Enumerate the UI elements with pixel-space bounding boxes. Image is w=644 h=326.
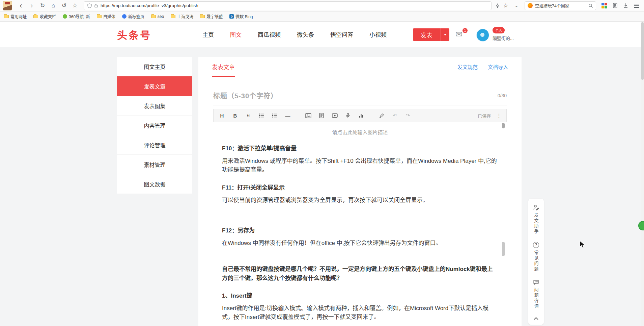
favorite-star-icon[interactable]: ☆: [501, 1, 510, 10]
faq-button[interactable]: ? 常见问题: [533, 242, 539, 272]
editor-heading[interactable]: 1、Insert键: [222, 291, 498, 299]
sidebar-item-publish-gallery[interactable]: 发表图集: [117, 96, 192, 116]
ordered-list-icon[interactable]: [271, 112, 278, 119]
bookmark-label: 自媒体: [103, 14, 115, 19]
bookmark-item[interactable]: 晟宇纸盟: [200, 14, 223, 19]
download-icon[interactable]: [621, 1, 631, 10]
bookmark-star-icon[interactable]: ☆: [70, 1, 80, 10]
consult-button[interactable]: 问题咨询: [533, 279, 539, 309]
window-scrollbar[interactable]: [641, 22, 644, 326]
nav-wukong-qa[interactable]: 悟空问答: [330, 30, 353, 39]
more-options-icon[interactable]: ⋮: [496, 112, 502, 119]
nav-short-video[interactable]: 小视频: [369, 30, 387, 39]
menu-icon[interactable]: [632, 1, 641, 10]
bullet-list-icon[interactable]: [258, 112, 265, 119]
save-status: 已保存: [478, 112, 491, 119]
insert-article-icon[interactable]: [318, 112, 325, 119]
tab-publish-article[interactable]: 发表文章: [212, 57, 235, 77]
nav-xigua-video[interactable]: 西瓜视频: [258, 30, 281, 39]
heading-icon[interactable]: H: [218, 112, 226, 119]
lightning-icon[interactable]: [496, 3, 500, 8]
redo-edit-icon[interactable]: ↷: [404, 112, 412, 119]
insert-audio-icon[interactable]: [344, 112, 352, 119]
bookmark-label: 微软 Bing: [235, 14, 253, 19]
toolbar-chevron-icon[interactable]: ⌄: [512, 1, 521, 10]
home-icon[interactable]: ⌂: [49, 1, 58, 10]
title-input[interactable]: 标题（5-30个字符） 0/30: [213, 86, 507, 105]
bold-icon[interactable]: B: [231, 112, 239, 119]
sidebar-item-graphic-data[interactable]: 图文数据: [117, 174, 192, 194]
link-publishing-rules[interactable]: 发文规范: [457, 63, 478, 70]
nav-home[interactable]: 主页: [202, 30, 214, 39]
floating-widget-button[interactable]: [638, 221, 644, 230]
image-caption-placeholder[interactable]: 请点击此处输入图片描述: [222, 128, 498, 135]
hotword-search-box[interactable]: 空姐蹭玩74个国家: [525, 1, 596, 10]
toutiao-logo[interactable]: 头条号: [117, 27, 151, 42]
browser-profile-avatar[interactable]: [3, 1, 12, 10]
sidebar-item-comment-manage[interactable]: 评论管理: [117, 135, 192, 155]
editor-paragraph[interactable]: Insert键的作用是:切换输入模式。输入模式有两种，插入和覆盖。例如，在Mic…: [222, 304, 498, 322]
mail-button[interactable]: ✉ 1: [455, 30, 466, 39]
bookmark-item[interactable]: seo: [151, 14, 164, 19]
editor-heading[interactable]: F12：另存为: [222, 226, 498, 234]
apps-grid-icon[interactable]: [599, 1, 609, 10]
folder-icon: [4, 15, 9, 18]
reader-page-icon[interactable]: [610, 1, 620, 10]
blockquote-icon[interactable]: “: [245, 112, 252, 119]
bookmark-item[interactable]: 自媒体: [97, 14, 115, 19]
user-box[interactable]: 个人 隔壁街的...: [493, 27, 522, 41]
editor-paragraph[interactable]: 可以使当前的资源管理器或浏览器变为全屏显示，再次按下就可以关闭全屏显示。: [222, 196, 498, 205]
insert-chart-icon[interactable]: [357, 112, 365, 119]
editor-paragraph[interactable]: 自己最不常用的键盘按键是哪几个呢？不用说，一定是方向键上方的五个键及小键盘上的N…: [222, 265, 498, 283]
bookmark-label: 新标签页: [128, 14, 144, 19]
editor-paragraph[interactable]: 用来激活Windows 或程序中的菜单。按下Shift +F10 会出现右快捷菜…: [222, 157, 498, 175]
link-document-import[interactable]: 文档导入: [488, 63, 508, 70]
horizontal-rule-icon[interactable]: —: [284, 112, 291, 119]
bookmark-item[interactable]: 收藏夹栏: [33, 14, 56, 19]
bookmark-item[interactable]: 新标签页: [122, 14, 144, 19]
editor-area[interactable]: 请点击此处输入图片描述 F10：激活下拉菜单/提高音量 用来激活Windows …: [213, 122, 507, 326]
forward-icon[interactable]: ›: [27, 1, 36, 10]
sidebar-item-material-manage[interactable]: 素材管理: [117, 155, 192, 174]
nav-weitoutiao[interactable]: 微头条: [297, 30, 314, 39]
bookmark-label: 收藏夹栏: [40, 14, 56, 19]
bookmark-item[interactable]: 上海戈涛: [171, 14, 193, 19]
address-bar[interactable]: https://mp.toutiao.com/profile_v3/graphi…: [84, 1, 492, 10]
editor-scrollbar-thumb-top[interactable]: [502, 123, 505, 128]
publish-card: 发表文章 发文规范 文档导入 标题（5-30个字符） 0/30 H B “: [198, 57, 522, 326]
bookmark-label: 上海戈涛: [177, 14, 193, 19]
editor-scrollbar-thumb[interactable]: [502, 242, 505, 256]
chat-bubble-icon: [533, 279, 539, 285]
editor-heading[interactable]: F10：激活下拉菜单/提高音量: [222, 144, 498, 152]
sidebar-item-content-manage[interactable]: 内容管理: [117, 116, 192, 135]
nav-graphic[interactable]: 图文: [230, 30, 242, 39]
title-char-counter: 0/30: [498, 93, 507, 98]
format-brush-icon[interactable]: [378, 112, 385, 119]
assistant-pen-icon: [533, 204, 539, 210]
title-placeholder: 标题（5-30个字符）: [213, 91, 278, 100]
collapse-chevron-icon[interactable]: [533, 317, 539, 321]
refresh-icon[interactable]: ↻: [38, 1, 47, 10]
sidebar-item-graphic-home[interactable]: 图文主页: [117, 57, 192, 76]
search-icon[interactable]: [588, 3, 593, 8]
publish-caret-icon[interactable]: ▾: [441, 28, 449, 41]
user-avatar[interactable]: [476, 29, 489, 42]
bookmark-label: 360导航_新: [69, 14, 90, 19]
back-icon[interactable]: ‹: [16, 1, 26, 10]
undo-icon[interactable]: ↺: [59, 1, 69, 10]
window-scrollbar-thumb[interactable]: [641, 22, 644, 80]
publish-button[interactable]: 发表: [413, 28, 441, 41]
editor-scrollbar[interactable]: [502, 123, 505, 326]
insert-image-icon[interactable]: [305, 112, 312, 119]
editor-paragraph[interactable]: 在Windows 中同样没有任何作用！但在office 中,按下它会快速弹出另存…: [222, 239, 498, 248]
undo-edit-icon[interactable]: ↶: [391, 112, 398, 119]
bookmark-item[interactable]: 360导航_新: [63, 14, 90, 19]
bookmark-item[interactable]: 常用网址: [4, 14, 27, 19]
editor-divider: [222, 256, 498, 256]
sidebar-item-publish-article[interactable]: 发表文章: [117, 76, 192, 96]
insert-video-icon[interactable]: [331, 112, 338, 119]
bookmark-item[interactable]: b微软 Bing: [229, 14, 253, 19]
hotword-text: 空姐蹭玩74个国家: [535, 2, 586, 9]
editor-heading[interactable]: F11：打开/关闭全屏显示: [222, 183, 498, 191]
publish-assistant-button[interactable]: 发文助手: [533, 204, 539, 234]
